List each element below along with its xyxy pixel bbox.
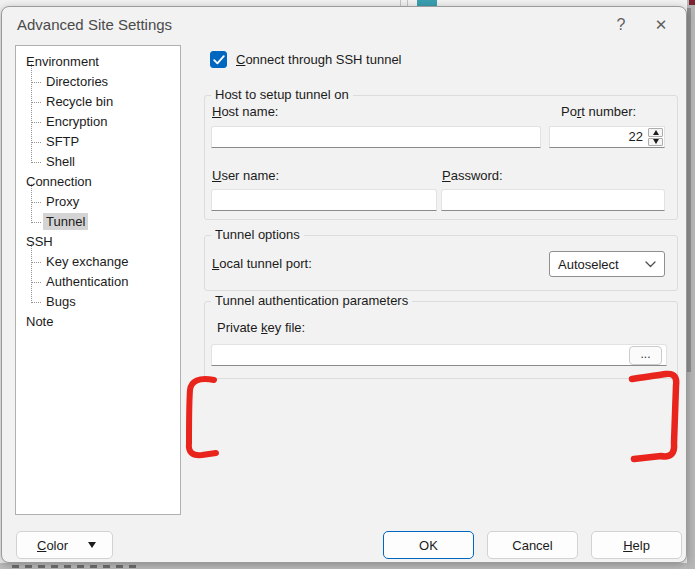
local-tunnel-port-select[interactable]: Autoselect (549, 251, 665, 277)
checkbox-checked-icon (210, 51, 227, 68)
settings-tree: Environment Directories Recycle bin Encr… (15, 45, 181, 515)
port-number-stepper[interactable]: 22 (549, 126, 665, 148)
sidebar-item-tunnel[interactable]: Tunnel (16, 212, 180, 232)
host-name-label: Host name: (212, 104, 278, 119)
host-group: Host to setup tunnel on Host name: Port … (204, 95, 678, 220)
background-window-bottom-text-fragment (12, 565, 137, 568)
host-name-input[interactable] (211, 126, 541, 148)
sidebar-item-bugs[interactable]: Bugs (16, 292, 180, 312)
browse-key-file-button[interactable]: ... (629, 346, 662, 365)
password-input[interactable] (441, 189, 665, 211)
sidebar-item-note[interactable]: Note (16, 312, 180, 332)
cancel-button[interactable]: Cancel (487, 531, 578, 559)
combo-selected-value: Autoselect (558, 257, 619, 272)
checkbox-label: Connect through SSH tunnel (236, 52, 402, 67)
color-button-label: Color (37, 538, 68, 553)
triangle-up-icon (653, 130, 659, 135)
tunnel-auth-group: Tunnel authentication parameters Private… (204, 301, 678, 379)
host-group-title: Host to setup tunnel on (211, 87, 353, 102)
connect-through-ssh-tunnel-checkbox[interactable]: Connect through SSH tunnel (210, 51, 402, 68)
dialog-title: Advanced Site Settings (17, 16, 172, 33)
user-name-input[interactable] (211, 189, 437, 211)
ok-button[interactable]: OK (383, 531, 474, 559)
help-button-label: Help (623, 538, 650, 553)
password-label: Password: (442, 168, 503, 183)
spin-down-button[interactable] (648, 138, 663, 147)
port-number-label: Port number: (561, 104, 636, 119)
spinner-buttons (647, 127, 664, 147)
tunnel-auth-title: Tunnel authentication parameters (211, 293, 412, 308)
advanced-site-settings-dialog: Advanced Site Settings ? ✕ Environment D… (1, 6, 687, 563)
local-tunnel-port-label: Local tunnel port: (212, 256, 312, 271)
help-icon[interactable]: ? (608, 12, 634, 38)
tunnel-options-group: Tunnel options Local tunnel port: Autose… (204, 235, 678, 291)
title-bar: Advanced Site Settings ? ✕ (2, 7, 686, 43)
chevron-down-icon (645, 261, 656, 268)
background-window-corner-fragment (689, 0, 695, 5)
spin-up-button[interactable] (648, 128, 663, 137)
color-button[interactable]: Color (16, 531, 113, 559)
sidebar-item-shell[interactable]: Shell (16, 152, 180, 172)
port-number-value[interactable]: 22 (550, 127, 647, 147)
tunnel-options-title: Tunnel options (211, 227, 304, 242)
private-key-file-input[interactable] (211, 344, 667, 366)
triangle-down-icon (88, 542, 96, 548)
triangle-down-icon (653, 139, 659, 144)
private-key-file-label: Private key file: (217, 320, 305, 335)
user-name-label: User name: (212, 168, 279, 183)
close-icon[interactable]: ✕ (648, 12, 674, 38)
background-window-scrollbar (687, 8, 691, 372)
help-button[interactable]: Help (591, 531, 682, 559)
